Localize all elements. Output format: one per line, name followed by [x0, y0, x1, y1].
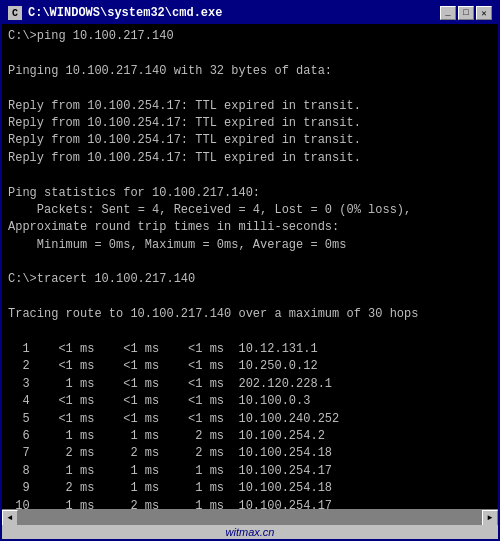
scroll-track[interactable]: [18, 510, 482, 525]
horizontal-scrollbar[interactable]: ◄ ►: [2, 509, 498, 525]
terminal-content[interactable]: C:\>ping 10.100.217.140 Pinging 10.100.2…: [2, 24, 498, 509]
title-bar-buttons: _ □ ✕: [440, 6, 492, 20]
restore-button[interactable]: □: [458, 6, 474, 20]
watermark: witmax.cn: [2, 525, 498, 539]
scroll-right-button[interactable]: ►: [482, 510, 498, 526]
title-bar-left: C C:\WINDOWS\system32\cmd.exe: [8, 6, 222, 20]
minimize-button[interactable]: _: [440, 6, 456, 20]
window-title: C:\WINDOWS\system32\cmd.exe: [28, 6, 222, 20]
cmd-icon: C: [8, 6, 22, 20]
cmd-window: C C:\WINDOWS\system32\cmd.exe _ □ ✕ C:\>…: [0, 0, 500, 541]
bottom-bar: ◄ ► witmax.cn: [2, 509, 498, 539]
title-bar: C C:\WINDOWS\system32\cmd.exe _ □ ✕: [2, 2, 498, 24]
terminal-text: C:\>ping 10.100.217.140 Pinging 10.100.2…: [8, 28, 492, 509]
close-button[interactable]: ✕: [476, 6, 492, 20]
scroll-left-button[interactable]: ◄: [2, 510, 18, 526]
